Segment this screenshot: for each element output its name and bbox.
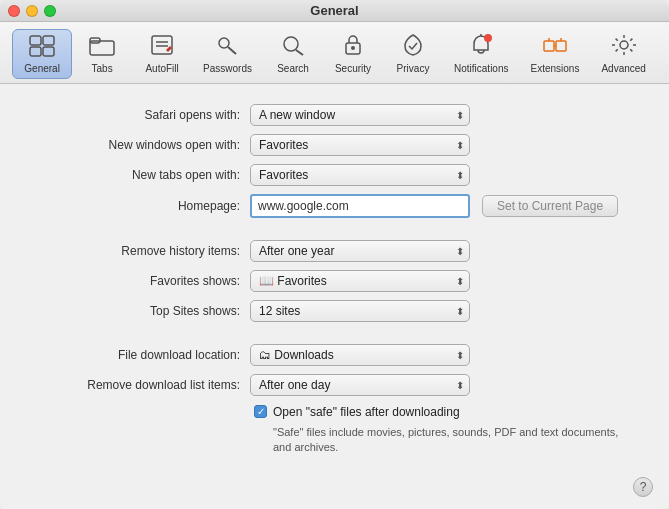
window-title: General <box>310 3 358 18</box>
svg-rect-2 <box>30 47 41 56</box>
remove-history-select[interactable]: After one day After one week After two w… <box>250 240 470 262</box>
remove-download-select[interactable]: After one day Upon successful download W… <box>250 374 470 396</box>
favorites-shows-select-wrapper: 📖 Favorites Bookmarks Reading List ⬍ <box>250 270 470 292</box>
remove-download-label: Remove download list items: <box>40 378 250 392</box>
file-download-select[interactable]: 🗂 Downloads Desktop Other... <box>250 344 470 366</box>
svg-rect-1 <box>43 36 54 45</box>
privacy-icon <box>399 33 427 61</box>
toolbar-item-tabs[interactable]: Tabs <box>72 28 132 79</box>
maximize-button[interactable] <box>44 5 56 17</box>
passwords-icon <box>214 33 242 61</box>
toolbar-label-general: General <box>24 63 60 74</box>
toolbar-item-advanced[interactable]: Advanced <box>590 28 656 79</box>
new-windows-select[interactable]: Favorites Top Sites Homepage <box>250 134 470 156</box>
toolbar-item-security[interactable]: Security <box>323 28 383 79</box>
toolbar-item-autofill[interactable]: AutoFill <box>132 28 192 79</box>
remove-history-control: After one day After one week After two w… <box>250 240 629 262</box>
toolbar-label-passwords: Passwords <box>203 63 252 74</box>
autofill-icon <box>148 33 176 61</box>
svg-point-9 <box>219 38 229 48</box>
remove-download-control: After one day Upon successful download W… <box>250 374 629 396</box>
search-icon <box>279 33 307 61</box>
safari-opens-with-row: Safari opens with: A new window A new pr… <box>40 104 629 126</box>
open-safe-files-checkbox[interactable]: ✓ <box>254 405 267 418</box>
svg-rect-17 <box>544 41 554 51</box>
toolbar-label-advanced: Advanced <box>601 63 645 74</box>
new-tabs-row: New tabs open with: Favorites Top Sites … <box>40 164 629 186</box>
set-current-page-button[interactable]: Set to Current Page <box>482 195 618 217</box>
tabs-icon <box>88 33 116 61</box>
toolbar-label-privacy: Privacy <box>397 63 430 74</box>
content-area: Safari opens with: A new window A new pr… <box>0 84 669 509</box>
remove-history-row: Remove history items: After one day Afte… <box>40 240 629 262</box>
remove-download-select-wrapper: After one day Upon successful download W… <box>250 374 470 396</box>
open-safe-files-label: Open "safe" files after downloading <box>273 404 460 421</box>
svg-line-10 <box>228 47 236 54</box>
help-button[interactable]: ? <box>633 477 653 497</box>
svg-point-11 <box>284 37 298 51</box>
new-tabs-select[interactable]: Favorites Top Sites Homepage <box>250 164 470 186</box>
favorites-shows-row: Favorites shows: 📖 Favorites Bookmarks R… <box>40 270 629 292</box>
minimize-button[interactable] <box>26 5 38 17</box>
toolbar-item-general[interactable]: General <box>12 29 72 79</box>
safari-opens-with-select[interactable]: A new window A new private window All wi… <box>250 104 470 126</box>
safari-opens-with-label: Safari opens with: <box>40 108 250 122</box>
titlebar: General <box>0 0 669 22</box>
toolbar-label-notifications: Notifications <box>454 63 508 74</box>
top-sites-shows-label: Top Sites shows: <box>40 304 250 318</box>
top-sites-shows-select-wrapper: 6 sites 12 sites 24 sites ⬍ <box>250 300 470 322</box>
new-tabs-select-wrapper: Favorites Top Sites Homepage ⬍ <box>250 164 470 186</box>
general-icon <box>28 34 56 61</box>
checkbox-section: ✓ Open "safe" files after downloading "S… <box>254 404 629 456</box>
toolbar-item-notifications[interactable]: Notifications <box>443 28 519 79</box>
toolbar-item-privacy[interactable]: Privacy <box>383 28 443 79</box>
spacer-2 <box>40 330 629 344</box>
new-tabs-control: Favorites Top Sites Homepage ⬍ <box>250 164 629 186</box>
homepage-row: Homepage: Set to Current Page <box>40 194 629 218</box>
safari-opens-with-control: A new window A new private window All wi… <box>250 104 629 126</box>
homepage-control: Set to Current Page <box>250 194 629 218</box>
top-sites-shows-select[interactable]: 6 sites 12 sites 24 sites <box>250 300 470 322</box>
top-sites-shows-row: Top Sites shows: 6 sites 12 sites 24 sit… <box>40 300 629 322</box>
new-windows-label: New windows open with: <box>40 138 250 152</box>
window-controls <box>8 5 56 17</box>
advanced-icon <box>610 33 638 61</box>
homepage-input[interactable] <box>250 194 470 218</box>
security-icon <box>339 33 367 61</box>
toolbar-label-search: Search <box>277 63 309 74</box>
new-tabs-label: New tabs open with: <box>40 168 250 182</box>
favorites-shows-select[interactable]: 📖 Favorites Bookmarks Reading List <box>250 270 470 292</box>
file-download-row: File download location: 🗂 Downloads Desk… <box>40 344 629 366</box>
close-button[interactable] <box>8 5 20 17</box>
spacer-1 <box>40 226 629 240</box>
favorites-shows-label: Favorites shows: <box>40 274 250 288</box>
toolbar-item-passwords[interactable]: Passwords <box>192 28 263 79</box>
toolbar-item-search[interactable]: Search <box>263 28 323 79</box>
svg-rect-3 <box>43 47 54 56</box>
toolbar-item-extensions[interactable]: Extensions <box>519 28 590 79</box>
toolbar-label-tabs: Tabs <box>92 63 113 74</box>
notifications-icon <box>467 33 495 61</box>
svg-point-16 <box>484 34 492 42</box>
open-safe-files-row: ✓ Open "safe" files after downloading <box>254 404 629 421</box>
svg-rect-0 <box>30 36 41 45</box>
new-windows-row: New windows open with: Favorites Top Sit… <box>40 134 629 156</box>
svg-rect-18 <box>556 41 566 51</box>
toolbar-label-security: Security <box>335 63 371 74</box>
top-sites-shows-control: 6 sites 12 sites 24 sites ⬍ <box>250 300 629 322</box>
homepage-label: Homepage: <box>40 199 250 213</box>
toolbar-label-extensions: Extensions <box>530 63 579 74</box>
extensions-icon <box>541 33 569 61</box>
svg-line-12 <box>296 50 303 55</box>
open-safe-files-subtext: "Safe" files include movies, pictures, s… <box>273 425 629 456</box>
remove-history-label: Remove history items: <box>40 244 250 258</box>
new-windows-control: Favorites Top Sites Homepage ⬍ <box>250 134 629 156</box>
favorites-shows-control: 📖 Favorites Bookmarks Reading List ⬍ <box>250 270 629 292</box>
file-download-select-wrapper: 🗂 Downloads Desktop Other... ⬍ <box>250 344 470 366</box>
remove-download-row: Remove download list items: After one da… <box>40 374 629 396</box>
remove-history-select-wrapper: After one day After one week After two w… <box>250 240 470 262</box>
toolbar-label-autofill: AutoFill <box>145 63 178 74</box>
toolbar: General Tabs AutoFill <box>0 22 669 84</box>
new-windows-select-wrapper: Favorites Top Sites Homepage ⬍ <box>250 134 470 156</box>
window: General General Tabs <box>0 0 669 509</box>
